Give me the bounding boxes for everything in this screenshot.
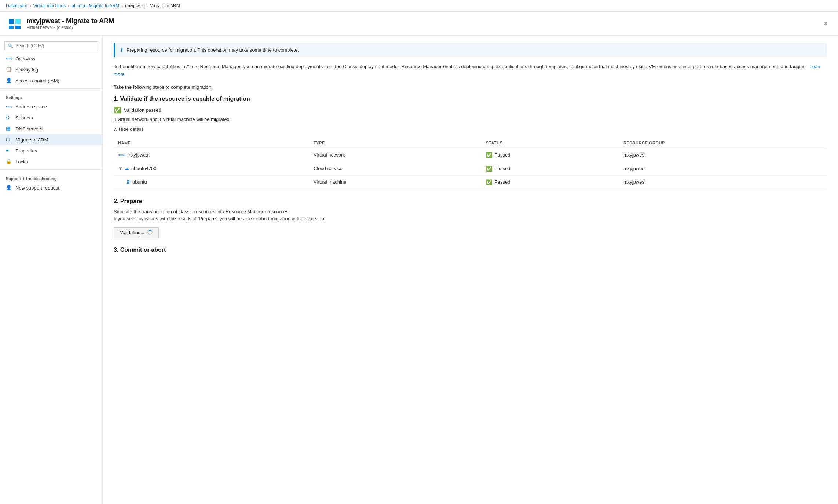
hide-details-button[interactable]: ∧ Hide details <box>114 126 144 132</box>
subnet-icon: ⟨⟩ <box>6 115 12 121</box>
step3-heading: 3. Commit or abort <box>114 247 827 253</box>
status-text: Passed <box>494 179 510 185</box>
step2-desc1: Simulate the transformation of classic r… <box>114 209 827 214</box>
breadcrumb-dashboard[interactable]: Dashboard <box>6 3 28 8</box>
svg-rect-2 <box>9 26 14 29</box>
overview-icon: ⟺ <box>6 56 12 62</box>
sidebar-item-properties[interactable]: ≡ Properties <box>0 145 102 156</box>
table-row: 🖥ubuntuVirtual machine✅Passedmxyjpwest <box>114 175 827 189</box>
sidebar-item-migrate[interactable]: ⬡ Migrate to ARM <box>0 134 102 145</box>
row-name-text: ubuntu <box>132 179 147 185</box>
spinner-icon <box>147 230 153 235</box>
page-subtitle: Virtual network (classic) <box>26 25 114 30</box>
search-input[interactable] <box>15 43 95 48</box>
hide-details-label: Hide details <box>119 126 144 132</box>
sidebar-label-locks: Locks <box>15 159 28 165</box>
sidebar-item-activity-log[interactable]: 📋 Activity log <box>0 64 102 75</box>
lock-icon: 🔒 <box>6 159 12 165</box>
validation-passed-text: Validation passed. <box>124 107 162 113</box>
iam-icon: 👤 <box>6 78 12 84</box>
table-cell-type: Cloud service <box>309 162 482 175</box>
new-request-icon: 👤 <box>6 185 12 191</box>
breadcrumb-ubuntu[interactable]: ubuntu - Migrate to ARM <box>72 3 119 8</box>
breadcrumb: Dashboard › Virtual machines › ubuntu - … <box>0 0 838 12</box>
validation-check-icon: ✅ <box>114 107 121 114</box>
support-section-label: Support + troubleshooting <box>0 172 102 182</box>
sidebar-item-dns[interactable]: ▦ DNS servers <box>0 123 102 134</box>
sidebar-label-iam: Access control (IAM) <box>15 78 59 84</box>
col-type: TYPE <box>309 138 482 148</box>
info-banner-text: Preparing resource for migration. This o… <box>127 47 299 53</box>
table-cell-name: ⟺mxyjpwest <box>114 148 309 162</box>
sidebar-label-activity: Activity log <box>15 67 38 73</box>
details-table: NAME TYPE STATUS RESOURCE GROUP ⟺mxyjpwe… <box>114 138 827 189</box>
table-cell-type: Virtual machine <box>309 175 482 189</box>
table-cell-rg: mxyjpwest <box>619 148 827 162</box>
row-name-text: ubuntu4700 <box>131 166 157 171</box>
status-check-icon: ✅ <box>486 166 492 172</box>
sidebar-label-subnets: Subnets <box>15 115 33 121</box>
table-cell-type: Virtual network <box>309 148 482 162</box>
step3-section: 3. Commit or abort <box>114 247 827 253</box>
sidebar-item-iam[interactable]: 👤 Access control (IAM) <box>0 75 102 86</box>
status-text: Passed <box>494 166 510 171</box>
table-row: ⟺mxyjpwestVirtual network✅Passedmxyjpwes… <box>114 148 827 162</box>
sidebar-item-address-space[interactable]: ⟺ Address space <box>0 101 102 112</box>
breadcrumb-sep-3: › <box>121 3 123 8</box>
breadcrumb-sep-2: › <box>68 3 69 8</box>
close-button[interactable]: × <box>821 18 831 29</box>
breadcrumb-current: mxyjpwest - Migrate to ARM <box>125 3 180 8</box>
search-icon: 🔍 <box>8 43 13 48</box>
chevron-up-icon: ∧ <box>114 126 117 132</box>
table-cell-name: ▼☁ubuntu4700 <box>114 162 309 175</box>
sidebar-divider-1 <box>0 88 102 89</box>
address-icon: ⟺ <box>6 104 12 110</box>
cloud-row-icon: ☁ <box>124 166 129 171</box>
activity-icon: 📋 <box>6 67 12 73</box>
table-row: ▼☁ubuntu4700Cloud service✅Passedmxyjpwes… <box>114 162 827 175</box>
table-cell-rg: mxyjpwest <box>619 175 827 189</box>
validating-label: Validating... <box>120 230 144 235</box>
status-text: Passed <box>494 152 510 158</box>
validation-passed: ✅ Validation passed. <box>114 107 827 114</box>
table-cell-rg: mxyjpwest <box>619 162 827 175</box>
breadcrumb-sep-1: › <box>30 3 31 8</box>
sidebar-item-locks[interactable]: 🔒 Locks <box>0 156 102 167</box>
description-text: To benefit from new capabilities in Azur… <box>114 63 827 78</box>
table-cell-name: 🖥ubuntu <box>114 175 309 189</box>
step2-desc2: If you see any issues with the results o… <box>114 216 827 221</box>
vm-row-icon: 🖥 <box>125 179 130 185</box>
sidebar-label-dns: DNS servers <box>15 126 43 132</box>
settings-section-label: Settings <box>0 91 102 101</box>
validating-button: Validating... <box>114 227 159 238</box>
vnet-row-icon: ⟺ <box>118 152 125 158</box>
migrate-icon: ⬡ <box>6 137 12 143</box>
sidebar: 🔍 ⟺ Overview 📋 Activity log 👤 Access con… <box>0 36 103 504</box>
page-title: mxyjpwest - Migrate to ARM <box>26 17 114 25</box>
table-cell-status: ✅Passed <box>482 162 619 175</box>
migration-info: 1 virtual network and 1 virtual machine … <box>114 117 827 122</box>
row-name-text: mxyjpwest <box>127 152 150 158</box>
steps-intro: Take the following steps to complete mig… <box>114 84 827 90</box>
breadcrumb-vms[interactable]: Virtual machines <box>33 3 66 8</box>
table-cell-status: ✅Passed <box>482 175 619 189</box>
content-area: ℹ Preparing resource for migration. This… <box>103 36 838 504</box>
step1-heading: 1. Validate if the resource is capable o… <box>114 96 827 102</box>
step2-section: 2. Prepare Simulate the transformation o… <box>114 198 827 238</box>
sidebar-item-new-support[interactable]: 👤 New support request <box>0 182 102 193</box>
sidebar-label-properties: Properties <box>15 148 37 154</box>
sidebar-item-overview[interactable]: ⟺ Overview <box>0 53 102 64</box>
sidebar-label-overview: Overview <box>15 56 35 62</box>
sidebar-label-migrate: Migrate to ARM <box>15 137 48 143</box>
sidebar-item-subnets[interactable]: ⟨⟩ Subnets <box>0 112 102 123</box>
info-icon: ℹ <box>121 47 123 54</box>
status-check-icon: ✅ <box>486 179 492 185</box>
props-icon: ≡ <box>6 148 12 154</box>
sidebar-divider-2 <box>0 169 102 170</box>
sidebar-search-container: 🔍 <box>4 41 98 50</box>
sidebar-label-address: Address space <box>15 104 47 110</box>
svg-rect-0 <box>9 19 14 24</box>
table-cell-status: ✅Passed <box>482 148 619 162</box>
col-status: STATUS <box>482 138 619 148</box>
info-banner: ℹ Preparing resource for migration. This… <box>114 43 827 57</box>
